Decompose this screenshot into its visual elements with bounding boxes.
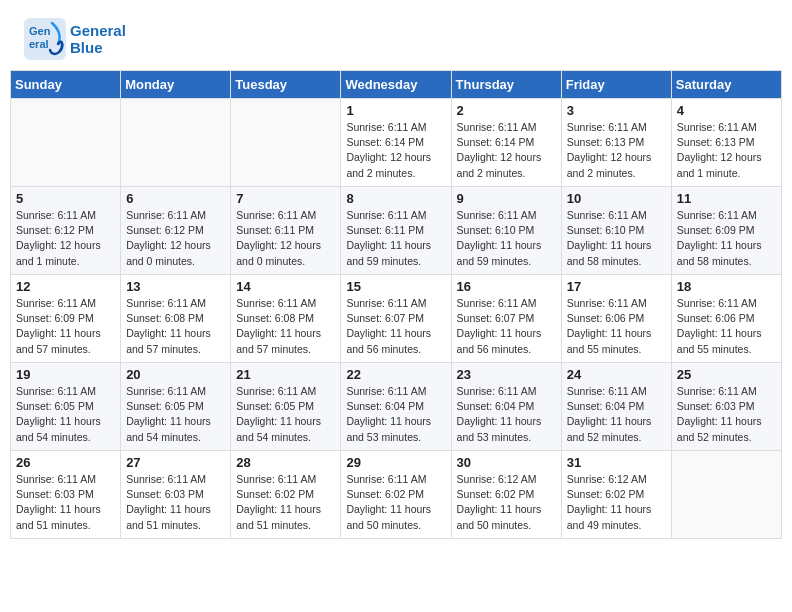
day-number: 3 <box>567 103 666 118</box>
calendar-cell: 31Sunrise: 6:12 AM Sunset: 6:02 PM Dayli… <box>561 451 671 539</box>
calendar-cell: 28Sunrise: 6:11 AM Sunset: 6:02 PM Dayli… <box>231 451 341 539</box>
calendar-cell: 29Sunrise: 6:11 AM Sunset: 6:02 PM Dayli… <box>341 451 451 539</box>
day-number: 8 <box>346 191 445 206</box>
day-number: 31 <box>567 455 666 470</box>
day-number: 5 <box>16 191 115 206</box>
cell-content: Sunrise: 6:11 AM Sunset: 6:06 PM Dayligh… <box>677 296 776 357</box>
calendar-cell: 16Sunrise: 6:11 AM Sunset: 6:07 PM Dayli… <box>451 275 561 363</box>
day-number: 15 <box>346 279 445 294</box>
calendar-cell: 6Sunrise: 6:11 AM Sunset: 6:12 PM Daylig… <box>121 187 231 275</box>
calendar-cell: 1Sunrise: 6:11 AM Sunset: 6:14 PM Daylig… <box>341 99 451 187</box>
calendar-cell: 3Sunrise: 6:11 AM Sunset: 6:13 PM Daylig… <box>561 99 671 187</box>
day-number: 14 <box>236 279 335 294</box>
calendar-cell: 26Sunrise: 6:11 AM Sunset: 6:03 PM Dayli… <box>11 451 121 539</box>
calendar-cell: 5Sunrise: 6:11 AM Sunset: 6:12 PM Daylig… <box>11 187 121 275</box>
calendar-cell: 7Sunrise: 6:11 AM Sunset: 6:11 PM Daylig… <box>231 187 341 275</box>
day-number: 13 <box>126 279 225 294</box>
calendar-cell: 2Sunrise: 6:11 AM Sunset: 6:14 PM Daylig… <box>451 99 561 187</box>
cell-content: Sunrise: 6:11 AM Sunset: 6:12 PM Dayligh… <box>16 208 115 269</box>
day-number: 20 <box>126 367 225 382</box>
calendar-cell: 30Sunrise: 6:12 AM Sunset: 6:02 PM Dayli… <box>451 451 561 539</box>
cell-content: Sunrise: 6:11 AM Sunset: 6:14 PM Dayligh… <box>457 120 556 181</box>
day-number: 11 <box>677 191 776 206</box>
calendar-cell: 15Sunrise: 6:11 AM Sunset: 6:07 PM Dayli… <box>341 275 451 363</box>
cell-content: Sunrise: 6:11 AM Sunset: 6:09 PM Dayligh… <box>16 296 115 357</box>
weekday-header-tuesday: Tuesday <box>231 71 341 99</box>
calendar-cell: 21Sunrise: 6:11 AM Sunset: 6:05 PM Dayli… <box>231 363 341 451</box>
cell-content: Sunrise: 6:11 AM Sunset: 6:05 PM Dayligh… <box>126 384 225 445</box>
cell-content: Sunrise: 6:11 AM Sunset: 6:05 PM Dayligh… <box>236 384 335 445</box>
cell-content: Sunrise: 6:11 AM Sunset: 6:13 PM Dayligh… <box>677 120 776 181</box>
svg-text:eral: eral <box>29 38 49 50</box>
day-number: 6 <box>126 191 225 206</box>
calendar-cell: 25Sunrise: 6:11 AM Sunset: 6:03 PM Dayli… <box>671 363 781 451</box>
calendar-cell <box>671 451 781 539</box>
calendar-cell: 20Sunrise: 6:11 AM Sunset: 6:05 PM Dayli… <box>121 363 231 451</box>
day-number: 21 <box>236 367 335 382</box>
calendar-week-1: 1Sunrise: 6:11 AM Sunset: 6:14 PM Daylig… <box>11 99 782 187</box>
cell-content: Sunrise: 6:11 AM Sunset: 6:03 PM Dayligh… <box>16 472 115 533</box>
calendar-cell: 24Sunrise: 6:11 AM Sunset: 6:04 PM Dayli… <box>561 363 671 451</box>
calendar-cell: 4Sunrise: 6:11 AM Sunset: 6:13 PM Daylig… <box>671 99 781 187</box>
calendar-cell: 10Sunrise: 6:11 AM Sunset: 6:10 PM Dayli… <box>561 187 671 275</box>
calendar-week-3: 12Sunrise: 6:11 AM Sunset: 6:09 PM Dayli… <box>11 275 782 363</box>
cell-content: Sunrise: 6:11 AM Sunset: 6:08 PM Dayligh… <box>236 296 335 357</box>
day-number: 28 <box>236 455 335 470</box>
cell-content: Sunrise: 6:11 AM Sunset: 6:04 PM Dayligh… <box>567 384 666 445</box>
cell-content: Sunrise: 6:11 AM Sunset: 6:11 PM Dayligh… <box>346 208 445 269</box>
weekday-header-sunday: Sunday <box>11 71 121 99</box>
calendar-week-2: 5Sunrise: 6:11 AM Sunset: 6:12 PM Daylig… <box>11 187 782 275</box>
calendar-cell: 17Sunrise: 6:11 AM Sunset: 6:06 PM Dayli… <box>561 275 671 363</box>
calendar-cell <box>11 99 121 187</box>
calendar-cell <box>231 99 341 187</box>
cell-content: Sunrise: 6:12 AM Sunset: 6:02 PM Dayligh… <box>457 472 556 533</box>
logo-blue: Blue <box>70 39 126 56</box>
calendar-week-5: 26Sunrise: 6:11 AM Sunset: 6:03 PM Dayli… <box>11 451 782 539</box>
cell-content: Sunrise: 6:11 AM Sunset: 6:03 PM Dayligh… <box>677 384 776 445</box>
cell-content: Sunrise: 6:11 AM Sunset: 6:10 PM Dayligh… <box>457 208 556 269</box>
calendar-cell: 13Sunrise: 6:11 AM Sunset: 6:08 PM Dayli… <box>121 275 231 363</box>
weekday-header-thursday: Thursday <box>451 71 561 99</box>
day-number: 16 <box>457 279 556 294</box>
calendar-cell: 23Sunrise: 6:11 AM Sunset: 6:04 PM Dayli… <box>451 363 561 451</box>
cell-content: Sunrise: 6:11 AM Sunset: 6:02 PM Dayligh… <box>346 472 445 533</box>
cell-content: Sunrise: 6:12 AM Sunset: 6:02 PM Dayligh… <box>567 472 666 533</box>
cell-content: Sunrise: 6:11 AM Sunset: 6:08 PM Dayligh… <box>126 296 225 357</box>
calendar-table: SundayMondayTuesdayWednesdayThursdayFrid… <box>10 70 782 539</box>
calendar-cell <box>121 99 231 187</box>
weekday-header-wednesday: Wednesday <box>341 71 451 99</box>
logo: Gen eral General Blue <box>24 18 126 60</box>
cell-content: Sunrise: 6:11 AM Sunset: 6:11 PM Dayligh… <box>236 208 335 269</box>
calendar-cell: 18Sunrise: 6:11 AM Sunset: 6:06 PM Dayli… <box>671 275 781 363</box>
day-number: 2 <box>457 103 556 118</box>
cell-content: Sunrise: 6:11 AM Sunset: 6:06 PM Dayligh… <box>567 296 666 357</box>
day-number: 22 <box>346 367 445 382</box>
calendar-week-4: 19Sunrise: 6:11 AM Sunset: 6:05 PM Dayli… <box>11 363 782 451</box>
calendar-cell: 9Sunrise: 6:11 AM Sunset: 6:10 PM Daylig… <box>451 187 561 275</box>
calendar-cell: 22Sunrise: 6:11 AM Sunset: 6:04 PM Dayli… <box>341 363 451 451</box>
cell-content: Sunrise: 6:11 AM Sunset: 6:02 PM Dayligh… <box>236 472 335 533</box>
weekday-header-monday: Monday <box>121 71 231 99</box>
cell-content: Sunrise: 6:11 AM Sunset: 6:04 PM Dayligh… <box>457 384 556 445</box>
logo-svg: Gen eral <box>24 18 66 60</box>
calendar-cell: 8Sunrise: 6:11 AM Sunset: 6:11 PM Daylig… <box>341 187 451 275</box>
day-number: 29 <box>346 455 445 470</box>
day-number: 18 <box>677 279 776 294</box>
cell-content: Sunrise: 6:11 AM Sunset: 6:12 PM Dayligh… <box>126 208 225 269</box>
page-header: Gen eral General Blue <box>0 0 792 70</box>
calendar-cell: 11Sunrise: 6:11 AM Sunset: 6:09 PM Dayli… <box>671 187 781 275</box>
day-number: 4 <box>677 103 776 118</box>
day-number: 30 <box>457 455 556 470</box>
day-number: 24 <box>567 367 666 382</box>
day-number: 23 <box>457 367 556 382</box>
day-number: 17 <box>567 279 666 294</box>
calendar-cell: 14Sunrise: 6:11 AM Sunset: 6:08 PM Dayli… <box>231 275 341 363</box>
day-number: 12 <box>16 279 115 294</box>
day-number: 10 <box>567 191 666 206</box>
calendar-cell: 12Sunrise: 6:11 AM Sunset: 6:09 PM Dayli… <box>11 275 121 363</box>
cell-content: Sunrise: 6:11 AM Sunset: 6:10 PM Dayligh… <box>567 208 666 269</box>
day-number: 7 <box>236 191 335 206</box>
day-number: 25 <box>677 367 776 382</box>
logo-general: General <box>70 22 126 39</box>
day-number: 19 <box>16 367 115 382</box>
